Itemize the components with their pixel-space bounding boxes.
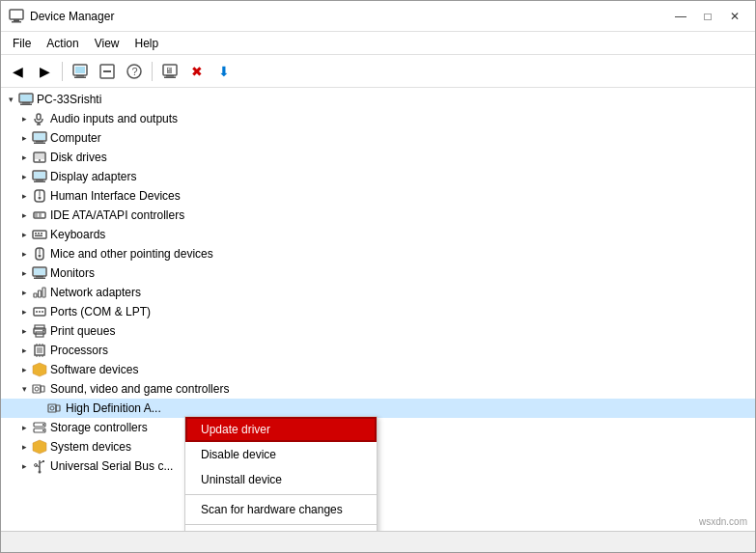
context-scan-hardware[interactable]: Scan for hardware changes	[185, 497, 377, 522]
svg-rect-48	[34, 268, 45, 275]
ide-label: IDE ATA/ATAPI controllers	[50, 208, 184, 222]
computer-expand[interactable]	[16, 130, 32, 146]
tree-ide[interactable]: IDE ATA/ATAPI controllers	[1, 206, 755, 225]
hid-expand[interactable]	[16, 188, 32, 204]
menu-help[interactable]: Help	[127, 35, 167, 52]
computer-label: Computer	[50, 131, 101, 145]
context-update-driver[interactable]: Update driver	[185, 417, 377, 442]
audio-expand[interactable]	[16, 111, 32, 126]
mice-expand[interactable]	[16, 246, 32, 262]
storage-expand[interactable]	[16, 420, 32, 435]
maximize-button[interactable]: □	[695, 7, 720, 26]
svg-rect-71	[41, 386, 44, 392]
minimize-button[interactable]: —	[668, 7, 693, 26]
context-disable-device[interactable]: Disable device	[185, 442, 377, 467]
svg-rect-39	[33, 231, 46, 238]
tree-software[interactable]: Software devices	[1, 360, 755, 379]
tree-storage[interactable]: Storage controllers	[1, 418, 755, 437]
tree-system[interactable]: System devices	[1, 437, 755, 456]
tree-root[interactable]: PC-33Srishti	[1, 90, 755, 109]
menu-file[interactable]: File	[5, 35, 39, 52]
app-icon	[9, 9, 24, 24]
tree-ports[interactable]: Ports (COM & LPT)	[1, 302, 755, 321]
usb-icon	[32, 458, 47, 474]
tree-disk[interactable]: Disk drives	[1, 148, 755, 167]
toolbar-forward[interactable]: ▶	[32, 59, 57, 84]
svg-text:🖥: 🖥	[165, 66, 174, 75]
svg-text:?: ?	[132, 66, 138, 77]
usb-expand[interactable]	[16, 458, 32, 474]
svg-rect-73	[48, 404, 56, 412]
toolbar-scan[interactable]: 🖥	[157, 59, 182, 84]
processors-icon	[32, 343, 47, 358]
tree-monitors[interactable]: Monitors	[1, 263, 755, 283]
tree-computer[interactable]: Computer	[1, 128, 755, 148]
software-expand[interactable]	[16, 362, 32, 377]
processors-expand[interactable]	[16, 343, 32, 358]
sound-expand[interactable]	[16, 381, 32, 397]
svg-rect-82	[42, 460, 44, 462]
system-expand[interactable]	[16, 439, 32, 455]
disk-expand[interactable]	[16, 150, 32, 165]
software-label: Software devices	[50, 363, 138, 376]
toolbar-update[interactable]: ⬇	[211, 59, 237, 84]
monitors-expand[interactable]	[16, 265, 32, 281]
system-icon	[32, 439, 47, 455]
network-expand[interactable]	[16, 285, 32, 300]
toolbar-remove[interactable]: ✖	[184, 59, 210, 84]
print-expand[interactable]	[16, 323, 32, 339]
system-label: System devices	[50, 440, 131, 454]
ide-icon	[32, 207, 47, 223]
svg-rect-53	[42, 288, 45, 297]
tree-processors[interactable]: Processors	[1, 341, 755, 360]
keyboards-expand[interactable]	[16, 227, 32, 242]
svg-rect-2	[12, 21, 21, 23]
svg-rect-37	[35, 213, 38, 217]
toolbar-back[interactable]: ◀	[5, 59, 30, 84]
root-icon	[18, 92, 34, 107]
root-expand-arrow[interactable]	[3, 92, 18, 107]
tree-audio[interactable]: Audio inputs and outputs	[1, 109, 755, 128]
ports-expand[interactable]	[16, 304, 32, 319]
context-sep-2	[185, 524, 377, 525]
menu-view[interactable]: View	[87, 35, 127, 52]
tree-mice[interactable]: Mice and other pointing devices	[1, 244, 755, 263]
svg-rect-40	[35, 233, 37, 235]
tree-print[interactable]: Print queues	[1, 321, 755, 341]
toolbar-collapse[interactable]	[95, 59, 120, 84]
svg-point-56	[39, 311, 41, 313]
root-label: PC-33Srishti	[37, 93, 101, 106]
monitors-icon	[32, 265, 47, 281]
context-uninstall-device[interactable]: Uninstall device	[185, 467, 377, 492]
tree-hd-audio[interactable]: High Definition A...	[1, 399, 755, 418]
disk-label: Disk drives	[50, 151, 107, 164]
tree-network[interactable]: Network adapters	[1, 283, 755, 302]
svg-rect-31	[36, 180, 43, 181]
keyboards-label: Keyboards	[50, 228, 105, 241]
toolbar-properties[interactable]	[68, 59, 93, 84]
svg-rect-25	[34, 143, 45, 145]
sound-label: Sound, video and game controllers	[50, 382, 229, 396]
display-expand[interactable]	[16, 169, 32, 184]
mice-icon	[32, 246, 47, 262]
tree-usb[interactable]: Universal Serial Bus c...	[1, 456, 755, 476]
context-properties[interactable]: Properties	[185, 527, 377, 531]
ports-label: Ports (COM & LPT)	[50, 305, 151, 318]
svg-rect-0	[10, 10, 23, 19]
tree-display[interactable]: Display adapters	[1, 167, 755, 186]
tree-sound[interactable]: Sound, video and game controllers	[1, 379, 755, 399]
tree-hid[interactable]: Human Interface Devices	[1, 186, 755, 206]
keyboards-icon	[32, 227, 47, 242]
svg-rect-13	[164, 76, 176, 78]
menu-action[interactable]: Action	[39, 35, 86, 52]
svg-rect-52	[39, 290, 42, 297]
ide-expand[interactable]	[16, 207, 32, 223]
svg-point-57	[42, 311, 43, 313]
close-button[interactable]: ✕	[722, 7, 747, 26]
usb-label: Universal Serial Bus c...	[50, 459, 173, 473]
toolbar-help[interactable]: ?	[122, 59, 147, 84]
tree-keyboards[interactable]: Keyboards	[1, 225, 755, 244]
svg-rect-12	[166, 75, 174, 77]
svg-rect-70	[33, 385, 41, 393]
svg-point-75	[50, 406, 54, 410]
